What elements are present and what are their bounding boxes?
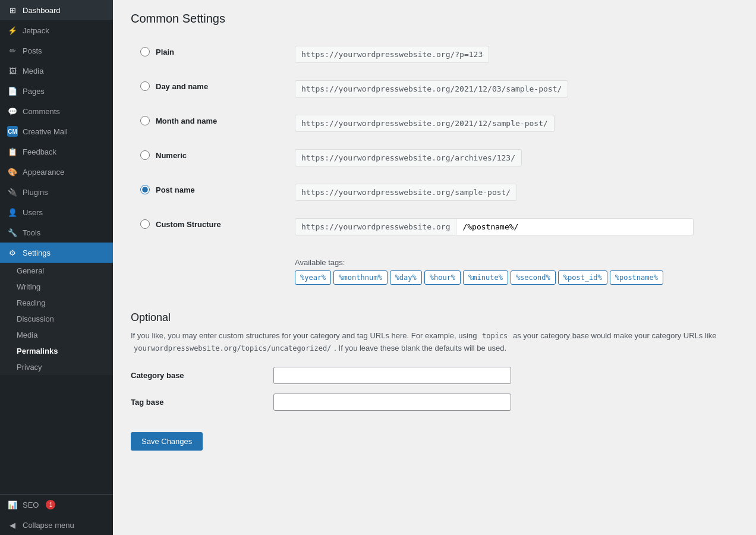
feedback-icon: 📋	[7, 146, 18, 157]
category-base-input[interactable]	[273, 367, 511, 384]
day-and-name-radio[interactable]	[140, 81, 150, 91]
post-name-label-cell: Post name	[140, 184, 283, 194]
submenu-item-privacy[interactable]: Privacy	[0, 359, 113, 375]
seo-icon: 📊	[7, 499, 18, 510]
tag-base-label: Tag base	[131, 398, 262, 407]
optional-code-example: topics	[479, 331, 511, 341]
tag-post-id[interactable]: %post_id%	[558, 270, 607, 285]
post-name-label[interactable]: Post name	[156, 185, 195, 194]
plugins-icon: 🔌	[7, 187, 18, 197]
settings-submenu: General Writing Reading Discussion Media…	[0, 263, 113, 375]
sidebar-item-label: SEO	[23, 501, 39, 509]
sidebar-item-label: Dashboard	[23, 6, 61, 15]
day-and-name-label-cell: Day and name	[140, 80, 283, 91]
tag-year[interactable]: %year%	[295, 270, 331, 285]
optional-description: If you like, you may enter custom struct…	[131, 330, 738, 355]
submenu-item-media-settings[interactable]: Media	[0, 327, 113, 343]
numeric-option-row: Numeric https://yourwordpresswebsite.org…	[131, 141, 738, 175]
sidebar-item-jetpack[interactable]: ⚡ Jetpack	[0, 20, 113, 40]
sidebar-item-label: Posts	[23, 46, 42, 55]
tag-second[interactable]: %second%	[511, 270, 556, 285]
main-content: Common Settings Plain https://yourwordpr…	[113, 0, 756, 535]
tag-monthnum[interactable]: %monthnum%	[333, 270, 387, 285]
creative-mail-icon: CM	[7, 126, 18, 137]
numeric-label-cell: Numeric	[140, 149, 283, 160]
sidebar: ⊞ Dashboard ⚡ Jetpack ✏ Posts 🖼 Media 📄 …	[0, 0, 113, 535]
sidebar-item-label: Collapse menu	[23, 521, 74, 530]
sidebar-item-creative-mail[interactable]: CM Creative Mail	[0, 121, 113, 141]
sidebar-item-media[interactable]: 🖼 Media	[0, 61, 113, 81]
post-name-radio[interactable]	[140, 185, 150, 194]
submenu-item-writing[interactable]: Writing	[0, 279, 113, 295]
tag-hour[interactable]: %hour%	[424, 270, 461, 285]
day-and-name-option-row: Day and name https://yourwordpresswebsit…	[131, 72, 738, 106]
month-and-name-label[interactable]: Month and name	[156, 117, 217, 125]
tag-day[interactable]: %day%	[390, 270, 422, 285]
submenu-item-discussion[interactable]: Discussion	[0, 311, 113, 327]
settings-icon: ⚙	[7, 247, 18, 258]
sidebar-item-seo[interactable]: 📊 SEO 1	[0, 495, 113, 515]
sidebar-item-pages[interactable]: 📄 Pages	[0, 81, 113, 101]
sidebar-item-plugins[interactable]: 🔌 Plugins	[0, 182, 113, 202]
numeric-radio[interactable]	[140, 150, 150, 160]
sidebar-item-label: Appearance	[23, 168, 64, 177]
comments-icon: 💬	[7, 106, 18, 117]
sidebar-item-label: Pages	[23, 87, 45, 96]
sidebar-item-users[interactable]: 👤 Users	[0, 202, 113, 222]
media-icon: 🖼	[7, 65, 18, 76]
sidebar-item-posts[interactable]: ✏ Posts	[0, 40, 113, 61]
sidebar-item-label: Tools	[23, 228, 40, 237]
sidebar-item-dashboard[interactable]: ⊞ Dashboard	[0, 0, 113, 20]
custom-url-base: https://yourwordpresswebsite.org	[295, 218, 456, 235]
tag-minute[interactable]: %minute%	[463, 270, 508, 285]
sidebar-bottom: 📊 SEO 1 ◀ Collapse menu	[0, 494, 113, 535]
plain-radio[interactable]	[140, 47, 150, 56]
custom-structure-input[interactable]	[456, 218, 694, 235]
optional-title: Optional	[131, 311, 738, 324]
seo-badge: 1	[46, 500, 55, 509]
month-and-name-radio[interactable]	[140, 116, 150, 125]
collapse-icon: ◀	[7, 520, 18, 530]
numeric-label[interactable]: Numeric	[156, 151, 187, 160]
sidebar-item-label: Media	[23, 67, 43, 75]
day-and-name-label[interactable]: Day and name	[156, 82, 208, 91]
tag-postname[interactable]: %postname%	[610, 270, 663, 285]
month-and-name-label-cell: Month and name	[140, 115, 283, 125]
jetpack-icon: ⚡	[7, 25, 18, 36]
sidebar-item-label: Jetpack	[23, 26, 49, 35]
sidebar-item-feedback[interactable]: 📋 Feedback	[0, 141, 113, 162]
numeric-url: https://yourwordpresswebsite.org/archive…	[295, 149, 522, 166]
post-name-url: https://yourwordpresswebsite.org/sample-…	[295, 184, 517, 201]
post-name-option-row: Post name https://yourwordpresswebsite.o…	[131, 175, 738, 210]
tools-icon: 🔧	[7, 227, 18, 238]
sidebar-item-label: Users	[23, 208, 43, 217]
custom-structure-header: Custom Structure https://yourwordpresswe…	[140, 218, 729, 235]
sidebar-item-comments[interactable]: 💬 Comments	[0, 101, 113, 121]
month-and-name-url: https://yourwordpresswebsite.org/2021/12…	[295, 115, 555, 132]
users-icon: 👤	[7, 207, 18, 218]
custom-structure-label[interactable]: Custom Structure	[156, 220, 221, 229]
submenu-item-reading[interactable]: Reading	[0, 295, 113, 311]
month-and-name-option-row: Month and name https://yourwordpresswebs…	[131, 106, 738, 141]
tag-base-input[interactable]	[273, 394, 511, 411]
sidebar-item-tools[interactable]: 🔧 Tools	[0, 222, 113, 243]
submenu-item-general[interactable]: General	[0, 263, 113, 279]
submenu-item-permalinks[interactable]: Permalinks	[0, 343, 113, 359]
dashboard-icon: ⊞	[7, 5, 18, 15]
sidebar-item-appearance[interactable]: 🎨 Appearance	[0, 162, 113, 182]
sidebar-item-collapse[interactable]: ◀ Collapse menu	[0, 515, 113, 535]
plain-url: https://yourwordpresswebsite.org/?p=123	[295, 46, 489, 63]
sidebar-item-label: Feedback	[23, 147, 56, 156]
posts-icon: ✏	[7, 45, 18, 56]
save-changes-button[interactable]: Save Changes	[131, 432, 203, 451]
category-base-label: Category base	[131, 371, 262, 380]
plain-label[interactable]: Plain	[156, 48, 174, 56]
custom-structure-radio[interactable]	[140, 219, 150, 229]
sidebar-item-label: Comments	[23, 107, 60, 116]
pages-icon: 📄	[7, 86, 18, 96]
category-base-row: Category base	[131, 367, 738, 384]
day-and-name-url: https://yourwordpresswebsite.org/2021/12…	[295, 80, 568, 97]
sidebar-item-label: Settings	[23, 248, 51, 257]
sidebar-item-settings[interactable]: ⚙ Settings	[0, 243, 113, 263]
appearance-icon: 🎨	[7, 166, 18, 177]
